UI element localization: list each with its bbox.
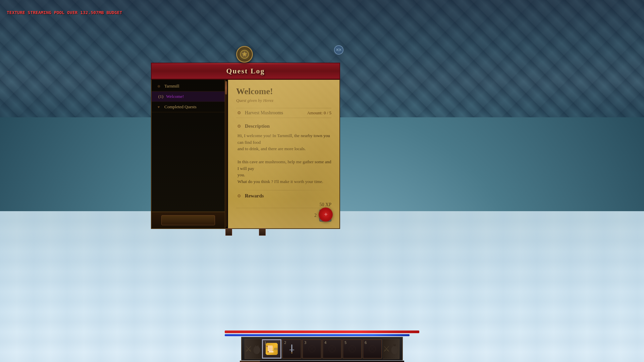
- desc-line-3: In this cave are mushrooms, help me gath…: [237, 159, 331, 171]
- scrollbar-track: [225, 81, 227, 227]
- slot-3-icon: [305, 342, 319, 356]
- sidebar-item-completed[interactable]: ♥ Completed Quests: [152, 102, 225, 112]
- objective-amount: Amount: 0 / 5: [307, 110, 331, 116]
- health-bar: [225, 330, 419, 333]
- wax-seal: [319, 207, 333, 222]
- bottom-button[interactable]: [161, 215, 215, 225]
- quest-giver: Quest given by Herez: [236, 98, 331, 103]
- svg-rect-7: [277, 348, 277, 350]
- scrollbar-thumb[interactable]: [225, 81, 227, 95]
- bottom-divider: [236, 208, 331, 208]
- heart-icon: ♥: [156, 104, 162, 110]
- hotbar-slot-4[interactable]: 4: [322, 339, 342, 359]
- empty-slot-6-icon: [367, 344, 377, 354]
- svg-rect-4: [257, 345, 258, 346]
- window-title: Quest Log: [226, 67, 265, 75]
- quest-name: Welcome!: [166, 94, 184, 99]
- svg-rect-3: [256, 345, 257, 346]
- rewards-icon: ⚙: [236, 193, 242, 199]
- slot-2-icon: [285, 342, 299, 356]
- slot-6-icon: [366, 342, 379, 356]
- svg-rect-28: [394, 345, 394, 346]
- description-text: Hi, I welcome you! In Tarnmill, the near…: [236, 132, 331, 185]
- sword-item-icon: [287, 344, 297, 354]
- stand-leg-left: [225, 228, 232, 236]
- slot-number-4: 4: [324, 341, 327, 345]
- sidebar-item-tarnmill[interactable]: ⊕ Tarnmill: [152, 81, 225, 92]
- quest-detail-title: Welcome!: [236, 86, 331, 97]
- status-bars: [225, 330, 419, 336]
- quest-number: (1): [158, 94, 163, 99]
- desc-line-4: you.: [237, 172, 245, 177]
- scroll-item-icon: [266, 343, 278, 355]
- quest-objective: ⚙ Harvest Mushrooms Amount: 0 / 5: [236, 108, 331, 118]
- emblem-icon: [239, 49, 250, 59]
- sidebar-item-welcome[interactable]: (1) Welcome!: [152, 92, 225, 102]
- rewards-header: ⚙ Rewards: [236, 193, 331, 199]
- svg-point-2: [255, 345, 259, 349]
- quest-window: × Quest Log ⊕ Tarnmill (1) Welcome!: [151, 55, 340, 229]
- rewards-title: Rewards: [245, 193, 264, 199]
- scrollbar-area: [225, 80, 228, 228]
- slot-number-6: 6: [365, 341, 367, 345]
- stand-leg-right: [259, 228, 266, 236]
- hotbar-slot-5[interactable]: 5: [342, 339, 362, 359]
- emblem-circle: [236, 46, 253, 63]
- left-panel: ⊕ Tarnmill (1) Welcome! ♥ Completed Ques…: [152, 80, 225, 228]
- tarnmill-label: Tarnmill: [164, 83, 179, 89]
- hotbar-scroll-indicator: [240, 361, 404, 362]
- hotbar-scroll-thumb: [240, 361, 260, 362]
- scroll-svg: [274, 343, 278, 355]
- svg-rect-29: [395, 345, 395, 346]
- hotbar-slot-1[interactable]: 1: [262, 339, 281, 359]
- reward-xp: 50 XP: [236, 202, 331, 207]
- completed-label: Completed Quests: [164, 104, 197, 110]
- slot-1-icon: [265, 342, 278, 356]
- svg-rect-13: [291, 352, 292, 354]
- reward-items: 2: [236, 209, 331, 222]
- desc-line-2: and to drink, and there are more locals.: [237, 146, 306, 151]
- slot-number-5: 5: [344, 341, 347, 345]
- window-stand: [225, 228, 266, 236]
- hotbar-right-decoration: [383, 339, 399, 359]
- horse-head-right-icon: [390, 341, 399, 357]
- description-header: ⚙ Description: [236, 123, 331, 129]
- reward-item-count: 2: [314, 213, 317, 218]
- mana-bar: [225, 334, 410, 336]
- hotbar-slot-2[interactable]: 2: [282, 339, 302, 359]
- hotbar-slot-6[interactable]: 6: [363, 339, 382, 359]
- objective-label: Harvest Mushrooms: [245, 110, 304, 116]
- slot-4-icon: [325, 342, 339, 356]
- empty-slot-3-icon: [307, 344, 317, 354]
- horse-head-left-icon: [252, 341, 261, 357]
- svg-rect-6: [274, 348, 275, 350]
- hotbar-slot-3[interactable]: 3: [302, 339, 322, 359]
- desc-line-5: What do you think ? I'll make it worth y…: [237, 179, 323, 184]
- quest-detail-panel: Welcome! Quest given by Herez ⚙ Harvest …: [228, 80, 339, 228]
- hotbar-left-decoration: [245, 339, 261, 359]
- slot-number-2: 2: [284, 341, 286, 345]
- description-title: Description: [245, 123, 270, 129]
- debug-text: TEXTURE STREAMING POOL OVER 132.507MB BU…: [7, 10, 122, 15]
- objective-icon: ⚙: [236, 110, 242, 116]
- description-icon: ⚙: [236, 124, 242, 129]
- slot-5-icon: [345, 342, 359, 356]
- parchment-divider: [236, 190, 331, 190]
- close-button[interactable]: ×: [334, 45, 343, 55]
- compass-icon: ⊕: [156, 83, 162, 89]
- slot-number-3: 3: [304, 341, 307, 345]
- svg-point-27: [393, 345, 396, 349]
- desc-line-1: Hi, I welcome you! In Tarnmill, the near…: [237, 133, 330, 145]
- empty-slot-4-icon: [327, 344, 337, 354]
- window-body: ⊕ Tarnmill (1) Welcome! ♥ Completed Ques…: [151, 80, 340, 229]
- left-bottom-area: [152, 212, 225, 228]
- window-emblem: [236, 46, 255, 65]
- empty-slot-5-icon: [347, 344, 357, 354]
- title-bar: Quest Log: [151, 63, 340, 80]
- rewards-section: ⚙ Rewards 50 XP 2: [236, 193, 331, 222]
- hotbar-container: 1 2: [225, 330, 419, 362]
- hotbar: 1 2: [241, 337, 403, 360]
- quest-list: ⊕ Tarnmill (1) Welcome! ♥ Completed Ques…: [152, 80, 225, 212]
